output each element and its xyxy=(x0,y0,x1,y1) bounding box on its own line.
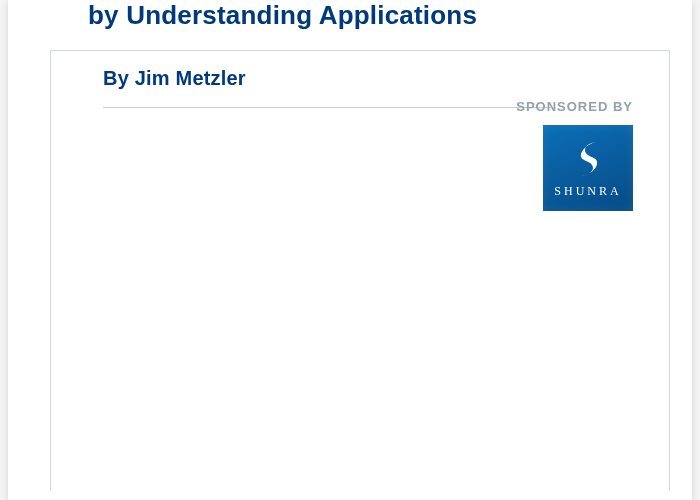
document-title: by Understanding Applications xyxy=(88,0,477,31)
sponsor-name: SHUNRA xyxy=(554,184,621,199)
document-page: by Understanding Applications By Jim Met… xyxy=(8,0,692,500)
divider-line xyxy=(103,107,551,108)
sponsor-mark-icon xyxy=(573,138,603,178)
content-frame: By Jim Metzler SPONSORED BY SHUNRA xyxy=(50,50,670,490)
sponsored-by-label: SPONSORED BY xyxy=(516,99,633,114)
author-byline: By Jim Metzler xyxy=(103,67,246,90)
sponsor-logo: SHUNRA xyxy=(543,125,633,211)
